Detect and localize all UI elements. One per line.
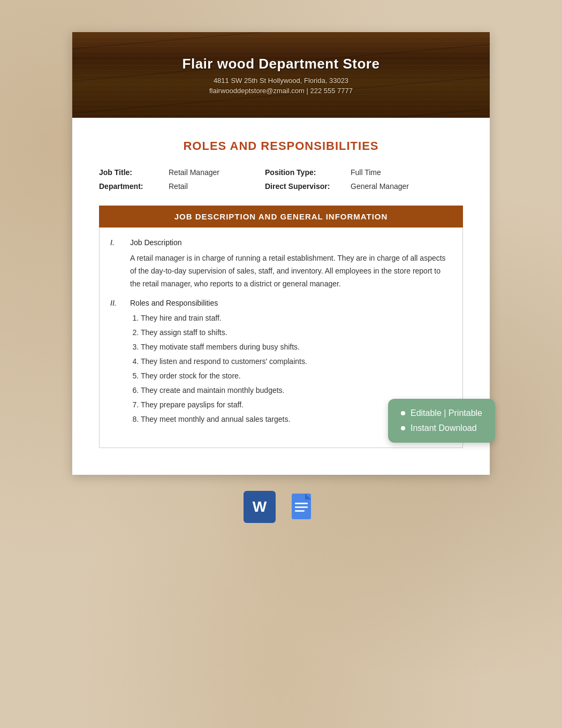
list-item: They order stock for the store.	[141, 370, 452, 382]
svg-rect-7	[295, 510, 305, 512]
list-item: They listen and respond to customers' co…	[141, 356, 452, 367]
badge-dot-1	[401, 411, 405, 415]
svg-rect-6	[295, 506, 308, 508]
roman-item-I: I. Job Description A retail manager is i…	[110, 238, 452, 290]
department-value: Retail	[169, 182, 265, 191]
roman-numeral-II: II.	[110, 299, 124, 428]
badge-overlay: Editable | Printable Instant Download	[388, 399, 495, 443]
position-type-label: Position Type:	[265, 168, 351, 177]
bottom-icons: W	[244, 491, 318, 523]
svg-rect-5	[295, 503, 308, 504]
word-icon[interactable]: W	[244, 491, 276, 523]
direct-supervisor-label: Direct Supervisor:	[265, 182, 351, 191]
badge-item-1: Editable | Printable	[401, 408, 482, 418]
company-contact: flairwooddeptstore@zmail.com | 222 555 7…	[209, 87, 353, 95]
info-grid: Job Title: Retail Manager Position Type:…	[99, 168, 463, 191]
section-title: ROLES AND RESPONSIBILITIES	[99, 139, 463, 153]
roman-content-I: Job Description A retail manager is in c…	[130, 238, 452, 290]
svg-text:W: W	[253, 498, 267, 515]
docs-icon[interactable]	[286, 491, 318, 523]
job-section-header: JOB DESCRIPTION AND GENERAL INFORMATION	[99, 206, 463, 228]
badge-label-2: Instant Download	[411, 423, 477, 433]
company-address: 4811 SW 25th St Hollywood, Florida, 3302…	[214, 77, 348, 85]
direct-supervisor-value: General Manager	[351, 182, 463, 191]
roman-II-title: Roles and Responsibilities	[130, 299, 452, 307]
job-title-label: Job Title:	[99, 168, 169, 177]
badge-item-2: Instant Download	[401, 423, 482, 433]
list-item: They hire and train staff.	[141, 313, 452, 324]
document-wrapper: Flair wood Department Store 4811 SW 25th…	[72, 32, 490, 475]
list-item: They motivate staff members during busy …	[141, 342, 452, 353]
badge-label-1: Editable | Printable	[411, 408, 482, 418]
job-title-value: Retail Manager	[169, 168, 265, 177]
roman-I-title: Job Description	[130, 238, 452, 247]
roman-numeral-I: I.	[110, 238, 124, 290]
badge-dot-2	[401, 426, 405, 430]
list-item: They create and maintain monthly budgets…	[141, 385, 452, 396]
list-item: They assign staff to shifts.	[141, 327, 452, 338]
company-name: Flair wood Department Store	[183, 56, 380, 72]
position-type-value: Full Time	[351, 168, 463, 177]
department-label: Department:	[99, 182, 169, 191]
document-header: Flair wood Department Store 4811 SW 25th…	[72, 32, 490, 118]
roman-I-description: A retail manager is in charge of running…	[130, 252, 452, 290]
